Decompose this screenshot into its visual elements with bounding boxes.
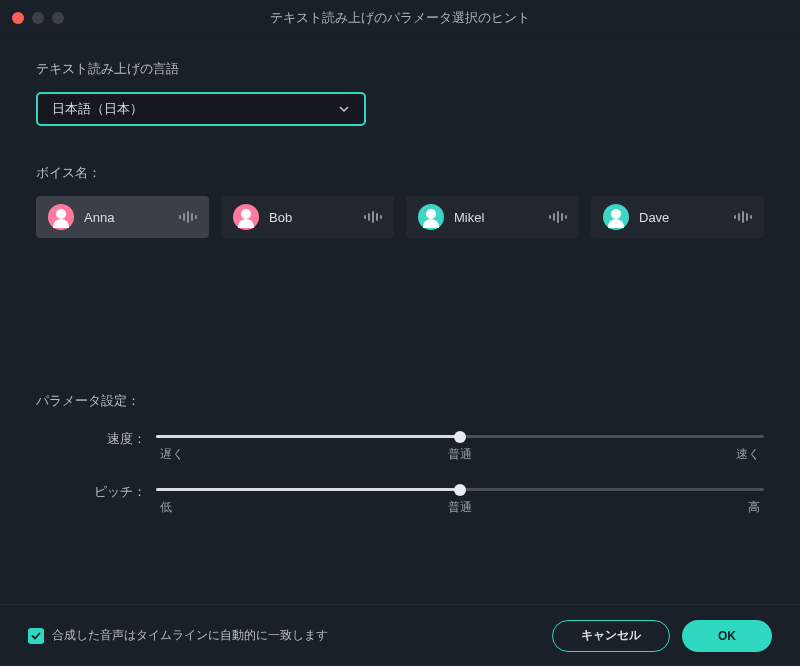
voice-name: Mikel xyxy=(454,210,549,225)
cancel-button[interactable]: キャンセル xyxy=(552,620,670,652)
voice-card-bob[interactable]: Bob xyxy=(221,196,394,238)
auto-match-label: 合成した音声はタイムラインに自動的に一致します xyxy=(52,627,552,644)
waveform-icon xyxy=(549,211,567,223)
pitch-low: 低 xyxy=(160,499,172,516)
avatar-icon xyxy=(418,204,444,230)
voice-name: Dave xyxy=(639,210,734,225)
waveform-icon xyxy=(364,211,382,223)
speed-label: 速度： xyxy=(36,430,156,448)
maximize-window-button[interactable] xyxy=(52,12,64,24)
minimize-window-button[interactable] xyxy=(32,12,44,24)
language-label: テキスト読み上げの言語 xyxy=(36,60,764,78)
speed-normal: 普通 xyxy=(448,446,472,463)
voice-name: Bob xyxy=(269,210,364,225)
pitch-normal: 普通 xyxy=(448,499,472,516)
pitch-slider-thumb[interactable] xyxy=(454,484,466,496)
titlebar: テキスト読み上げのパラメータ選択のヒント xyxy=(0,0,800,36)
check-icon xyxy=(31,631,41,641)
voice-grid: Anna Bob Mikel xyxy=(36,196,764,238)
pitch-high: 高 xyxy=(748,499,760,516)
language-selected: 日本語（日本） xyxy=(52,100,143,118)
avatar-icon xyxy=(48,204,74,230)
close-window-button[interactable] xyxy=(12,12,24,24)
speed-slider-thumb[interactable] xyxy=(454,431,466,443)
speed-ticks: 遅く 普通 速く xyxy=(156,446,764,463)
params-label: パラメータ設定： xyxy=(36,392,764,410)
speed-fast: 速く xyxy=(736,446,760,463)
avatar-icon xyxy=(603,204,629,230)
voice-card-mikel[interactable]: Mikel xyxy=(406,196,579,238)
window-controls xyxy=(12,12,64,24)
avatar-icon xyxy=(233,204,259,230)
pitch-ticks: 低 普通 高 xyxy=(156,499,764,516)
ok-button[interactable]: OK xyxy=(682,620,772,652)
pitch-slider[interactable] xyxy=(156,488,764,491)
chevron-down-icon xyxy=(338,103,350,115)
speed-slow: 遅く xyxy=(160,446,184,463)
auto-match-checkbox[interactable] xyxy=(28,628,44,644)
voice-card-anna[interactable]: Anna xyxy=(36,196,209,238)
footer: 合成した音声はタイムラインに自動的に一致します キャンセル OK xyxy=(0,604,800,666)
voice-name: Anna xyxy=(84,210,179,225)
waveform-icon xyxy=(179,211,197,223)
window-title: テキスト読み上げのパラメータ選択のヒント xyxy=(270,9,530,27)
language-select[interactable]: 日本語（日本） xyxy=(36,92,366,126)
speed-slider[interactable] xyxy=(156,435,764,438)
pitch-label: ピッチ： xyxy=(36,483,156,501)
waveform-icon xyxy=(734,211,752,223)
voice-card-dave[interactable]: Dave xyxy=(591,196,764,238)
voice-label: ボイス名： xyxy=(36,164,764,182)
